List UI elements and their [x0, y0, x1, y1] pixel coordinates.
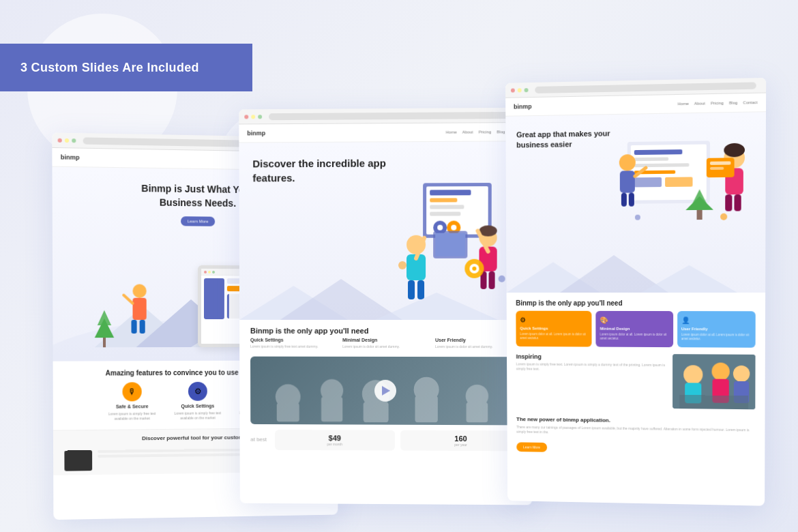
slide1-cta-button[interactable]: Learn More — [181, 216, 216, 226]
svg-rect-56 — [634, 149, 683, 155]
slide1-feature-1-desc: Lorem ipsum is simply free text availabl… — [104, 411, 160, 422]
slide3-feat-box-2-title: Minimal Design — [600, 327, 669, 331]
slide2-pricing-label: at best — [250, 437, 267, 443]
svg-rect-68 — [710, 167, 724, 170]
slide2-feat-1-title: Quick Settings — [250, 338, 336, 342]
slide2-dot-red — [244, 115, 248, 119]
slide3-feat-box-2: 🎨 Minimal Design Lorem ipsum dolor at al… — [596, 311, 673, 347]
svg-rect-35 — [435, 233, 465, 256]
slide2-price-1-amount: $49 — [279, 433, 391, 442]
slide3-inspiring-text: Inspiring Lorem ipsum is simply free tex… — [516, 353, 667, 372]
slide3-learn-more-button[interactable]: Learn More — [516, 442, 546, 452]
svg-point-85 — [683, 365, 703, 384]
slide1-char-1 — [122, 282, 157, 340]
slide2-nav-pricing: Pricing — [479, 130, 492, 134]
slide3-mountains — [506, 244, 765, 293]
svg-rect-61 — [665, 177, 692, 187]
slide3-nav-blog: Blog — [729, 101, 737, 105]
slide2-nav: binmp Home About Pricing Blog Contact — [239, 123, 533, 143]
slide2-address-bar — [269, 111, 523, 119]
svg-point-80 — [635, 215, 640, 220]
slide1-feature-1-icon: 🎙 — [122, 382, 141, 401]
svg-rect-91 — [679, 395, 748, 409]
slide3-inspiring-section: Inspiring Lorem ipsum is simply free tex… — [516, 353, 756, 409]
badge-text: 3 Custom Slides Are Included — [20, 61, 199, 75]
slide1-dot-yellow — [65, 138, 69, 142]
slide2-feat-2-title: Minimal Design — [342, 338, 428, 342]
svg-rect-49 — [364, 402, 389, 422]
svg-rect-5 — [132, 298, 146, 320]
slide1-logo: binmp — [61, 153, 80, 161]
slide3-inspiring-photo — [673, 354, 755, 409]
svg-rect-47 — [321, 396, 342, 422]
slide2-logo: binmp — [247, 130, 265, 136]
slide2-price-2-amount: 160 — [404, 434, 517, 443]
slide3-subtitle: Binmp is the only app you'll need — [516, 299, 755, 307]
slide3-dot-red — [511, 88, 515, 92]
slide3-dot-green — [524, 88, 529, 92]
slide2-nav-about: About — [462, 130, 473, 134]
svg-rect-78 — [697, 210, 703, 220]
svg-line-6 — [123, 295, 132, 304]
svg-rect-60 — [634, 177, 662, 188]
slides-badge: 3 Custom Slides Are Included — [0, 44, 252, 91]
slide3-feat-box-3-title: User Friendly — [681, 327, 752, 331]
slide3-new-power-desc: There are many cur tainings of passages … — [516, 425, 755, 439]
svg-rect-70 — [734, 194, 741, 211]
slides-container: binmp Home About Pricing Blog Contact Bi… — [41, 41, 778, 518]
svg-rect-72 — [620, 171, 635, 192]
slide2-dot-yellow — [251, 115, 255, 119]
slide2-price-2: 160 per year — [400, 430, 521, 451]
slide3-feat-box-1: ⚙ Quick Settings Lorem ipsum dolor at al… — [516, 311, 591, 346]
svg-rect-57 — [634, 158, 668, 162]
slide3-dot-yellow — [518, 88, 522, 92]
slide3-nav-links: Home About Pricing Blog Contact — [678, 100, 758, 106]
slide2-price-1-label: per month — [279, 441, 391, 446]
svg-rect-16 — [430, 198, 457, 202]
svg-rect-58 — [634, 163, 690, 167]
slide2-hero: Discover the incredible app features. — [239, 141, 533, 320]
svg-point-87 — [711, 362, 729, 380]
slide1-tree-left — [95, 310, 115, 348]
svg-rect-17 — [430, 205, 464, 209]
slide3-features-boxes: ⚙ Quick Settings Lorem ipsum dolor at al… — [516, 311, 755, 348]
slide2-nav-blog: Blog — [497, 130, 505, 134]
slide2-subtitle: Binmp is the only app you'll need — [250, 327, 522, 335]
svg-rect-51 — [415, 396, 437, 422]
svg-rect-45 — [277, 402, 299, 422]
svg-rect-69 — [725, 194, 732, 211]
slide2-feat-2-desc: Lorem ipsum is dolor sit amet dummy. — [342, 344, 428, 350]
svg-rect-75 — [629, 193, 634, 207]
slide3-feat-box-2-desc: Lorem ipsum dolor at all. Lorem ipsum is… — [600, 333, 669, 342]
slide3-nav-pricing: Pricing — [711, 101, 724, 105]
slide3-new-power-title: The new power of binmp application. — [516, 416, 755, 425]
svg-rect-67 — [710, 161, 731, 164]
svg-point-21 — [437, 225, 443, 231]
slide2-pricing-row: at best $49 per month 160 per year — [250, 424, 521, 456]
slide2-video-block — [250, 356, 522, 425]
svg-rect-74 — [621, 193, 627, 207]
slide2-nav-home: Home — [446, 130, 457, 134]
slide1-dot-green — [72, 138, 76, 143]
slide3-new-power-section: The new power of binmp application. Ther… — [516, 412, 755, 459]
slide1-feature-1-label: Safe & Secure — [116, 404, 149, 409]
svg-rect-15 — [430, 190, 471, 195]
svg-point-4 — [132, 284, 146, 298]
slide3-logo: binmp — [514, 103, 532, 110]
svg-rect-18 — [430, 211, 460, 216]
slide3-inspiring-title: Inspiring — [516, 353, 667, 360]
slide2-content: Binmp is the only app you'll need Quick … — [239, 320, 533, 463]
slide3-feat-box-3: 👤 User Friendly Lorem ipsum dolor at all… — [677, 311, 756, 347]
slide2-feat-2: Minimal Design Lorem ipsum is dolor sit … — [342, 338, 428, 350]
svg-marker-83 — [641, 265, 737, 293]
slide2-price-2-label: per year — [404, 442, 517, 447]
svg-rect-8 — [140, 320, 145, 334]
slide2-dot-green — [258, 115, 262, 119]
slide1-feature-1: 🎙 Safe & Secure Lorem ipsum is simply fr… — [104, 382, 160, 422]
slide1-feature-2-desc: Lorem ipsum is simply free text availabl… — [171, 411, 225, 421]
slide3-feat-box-1-title: Quick Settings — [520, 326, 588, 330]
slide3-hero: Great app that makes your business easie… — [505, 112, 766, 293]
slide1-dot-red — [58, 138, 62, 142]
slide3-feat-box-3-desc: Lorem ipsum dolor at all. Lorem ipsum is… — [681, 333, 752, 342]
slide1-feature-2-icon: ⚙ — [188, 382, 207, 401]
